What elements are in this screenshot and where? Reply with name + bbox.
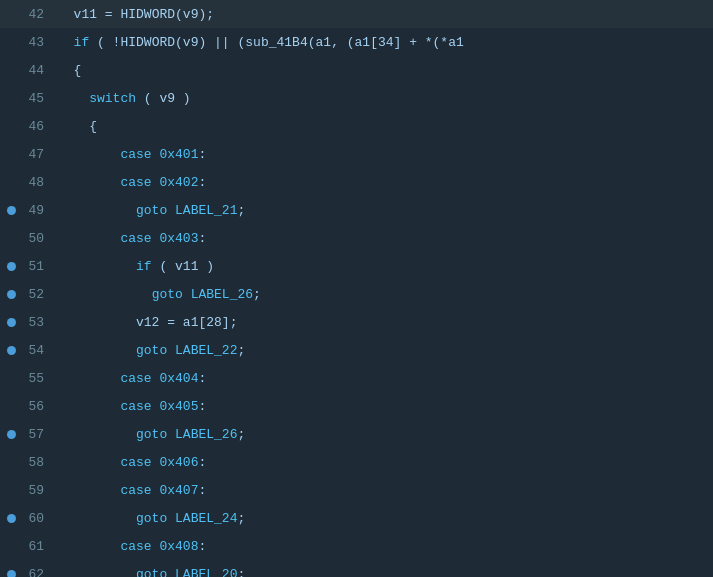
breakpoint-dot-area[interactable] <box>0 514 22 523</box>
table-row: 60 goto LABEL_24; <box>0 504 713 532</box>
code-editor: 42 v11 = HIDWORD(v9);43 if ( !HIDWORD(v9… <box>0 0 713 577</box>
table-row: 47 case 0x401: <box>0 140 713 168</box>
line-content: goto LABEL_20; <box>50 567 713 578</box>
line-number: 45 <box>22 91 50 106</box>
table-row: 43 if ( !HIDWORD(v9) || (sub_41B4(a1, (a… <box>0 28 713 56</box>
breakpoint-dot-area[interactable] <box>0 318 22 327</box>
line-content: case 0x406: <box>50 455 713 470</box>
table-row: 52 goto LABEL_26; <box>0 280 713 308</box>
line-content: case 0x403: <box>50 231 713 246</box>
table-row: 57 goto LABEL_26; <box>0 420 713 448</box>
table-row: 44 { <box>0 56 713 84</box>
breakpoint-empty <box>7 150 16 159</box>
line-content: v11 = HIDWORD(v9); <box>50 7 713 22</box>
table-row: 48 case 0x402: <box>0 168 713 196</box>
table-row: 55 case 0x404: <box>0 364 713 392</box>
breakpoint-empty <box>7 458 16 467</box>
breakpoint-dot-area[interactable] <box>0 66 22 75</box>
table-row: 59 case 0x407: <box>0 476 713 504</box>
line-content: if ( v11 ) <box>50 259 713 274</box>
breakpoint-empty <box>7 374 16 383</box>
breakpoint-dot-area[interactable] <box>0 178 22 187</box>
line-content: { <box>50 119 713 134</box>
breakpoint-dot <box>7 262 16 271</box>
line-number: 48 <box>22 175 50 190</box>
line-number: 46 <box>22 119 50 134</box>
table-row: 53 v12 = a1[28]; <box>0 308 713 336</box>
line-number: 47 <box>22 147 50 162</box>
breakpoint-dot-area[interactable] <box>0 94 22 103</box>
breakpoint-dot-area[interactable] <box>0 430 22 439</box>
breakpoint-empty <box>7 178 16 187</box>
line-number: 44 <box>22 63 50 78</box>
line-number: 42 <box>22 7 50 22</box>
line-number: 43 <box>22 35 50 50</box>
breakpoint-dot <box>7 430 16 439</box>
table-row: 42 v11 = HIDWORD(v9); <box>0 0 713 28</box>
breakpoint-dot <box>7 570 16 578</box>
table-row: 58 case 0x406: <box>0 448 713 476</box>
breakpoint-dot-area[interactable] <box>0 374 22 383</box>
line-number: 60 <box>22 511 50 526</box>
line-number: 56 <box>22 399 50 414</box>
line-content: goto LABEL_24; <box>50 511 713 526</box>
table-row: 51 if ( v11 ) <box>0 252 713 280</box>
line-number: 59 <box>22 483 50 498</box>
breakpoint-dot-area[interactable] <box>0 38 22 47</box>
breakpoint-empty <box>7 234 16 243</box>
breakpoint-dot <box>7 290 16 299</box>
line-content: case 0x405: <box>50 399 713 414</box>
breakpoint-dot <box>7 346 16 355</box>
breakpoint-empty <box>7 38 16 47</box>
breakpoint-dot-area[interactable] <box>0 234 22 243</box>
line-content: goto LABEL_26; <box>50 427 713 442</box>
breakpoint-dot-area[interactable] <box>0 150 22 159</box>
breakpoint-dot <box>7 318 16 327</box>
line-number: 49 <box>22 203 50 218</box>
table-row: 54 goto LABEL_22; <box>0 336 713 364</box>
breakpoint-empty <box>7 10 16 19</box>
line-content: v12 = a1[28]; <box>50 315 713 330</box>
breakpoint-empty <box>7 402 16 411</box>
breakpoint-empty <box>7 486 16 495</box>
line-number: 53 <box>22 315 50 330</box>
line-number: 54 <box>22 343 50 358</box>
breakpoint-dot-area[interactable] <box>0 206 22 215</box>
line-content: goto LABEL_21; <box>50 203 713 218</box>
table-row: 56 case 0x405: <box>0 392 713 420</box>
breakpoint-dot-area[interactable] <box>0 290 22 299</box>
line-content: case 0x408: <box>50 539 713 554</box>
breakpoint-dot <box>7 206 16 215</box>
table-row: 49 goto LABEL_21; <box>0 196 713 224</box>
breakpoint-dot-area[interactable] <box>0 570 22 578</box>
breakpoint-dot-area[interactable] <box>0 486 22 495</box>
line-content: { <box>50 63 713 78</box>
breakpoint-empty <box>7 94 16 103</box>
line-content: if ( !HIDWORD(v9) || (sub_41B4(a1, (a1[3… <box>50 35 713 50</box>
table-row: 62 goto LABEL_20; <box>0 560 713 577</box>
breakpoint-dot-area[interactable] <box>0 122 22 131</box>
line-number: 51 <box>22 259 50 274</box>
line-number: 57 <box>22 427 50 442</box>
breakpoint-dot-area[interactable] <box>0 542 22 551</box>
breakpoint-dot-area[interactable] <box>0 346 22 355</box>
breakpoint-empty <box>7 122 16 131</box>
line-content: case 0x404: <box>50 371 713 386</box>
line-content: case 0x407: <box>50 483 713 498</box>
breakpoint-dot-area[interactable] <box>0 10 22 19</box>
breakpoint-dot-area[interactable] <box>0 402 22 411</box>
table-row: 46 { <box>0 112 713 140</box>
breakpoint-dot <box>7 514 16 523</box>
line-number: 52 <box>22 287 50 302</box>
line-number: 55 <box>22 371 50 386</box>
line-content: case 0x401: <box>50 147 713 162</box>
line-content: goto LABEL_22; <box>50 343 713 358</box>
table-row: 61 case 0x408: <box>0 532 713 560</box>
line-content: case 0x402: <box>50 175 713 190</box>
breakpoint-dot-area[interactable] <box>0 262 22 271</box>
line-number: 61 <box>22 539 50 554</box>
line-number: 58 <box>22 455 50 470</box>
breakpoint-dot-area[interactable] <box>0 458 22 467</box>
table-row: 45 switch ( v9 ) <box>0 84 713 112</box>
breakpoint-empty <box>7 66 16 75</box>
